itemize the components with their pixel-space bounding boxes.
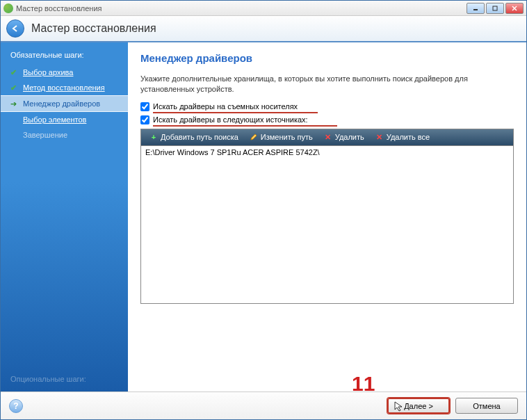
pencil-icon xyxy=(250,133,258,141)
add-path-button[interactable]: + Добавить путь поиска xyxy=(144,131,244,143)
sidebar-item-label: Выбор архива xyxy=(23,68,73,76)
page-description: Укажите дополнительные хранилища, в кото… xyxy=(140,74,514,95)
checkbox-removable[interactable] xyxy=(140,102,149,111)
annotation-underline xyxy=(153,125,337,127)
edit-path-label: Изменить путь xyxy=(261,133,313,141)
edit-path-button[interactable]: Изменить путь xyxy=(244,131,318,143)
footer: ? Далее > Отмена xyxy=(1,391,526,419)
page-title: Менеджер драйверов xyxy=(140,52,514,64)
sidebar-item-elements[interactable]: Выбор элементов xyxy=(1,112,128,127)
checkbox-sources-label[interactable]: Искать драйверы в следующих источниках: xyxy=(153,115,308,124)
window-controls xyxy=(467,3,524,14)
sidebar-item-label: Менеджер драйверов xyxy=(23,99,100,108)
arrow-right-icon: ➔ xyxy=(10,99,19,108)
path-listbox[interactable]: E:\Driver Windows 7 SP1Ru ACER ASPIRE 57… xyxy=(140,145,514,304)
blank-icon xyxy=(10,115,19,124)
header: Мастер восстановления xyxy=(1,16,526,42)
add-path-label: Добавить путь поиска xyxy=(161,133,238,141)
next-button[interactable]: Далее > xyxy=(387,398,450,414)
sidebar-optional-heading: Опциональные шаги: xyxy=(10,375,86,383)
sidebar-item-label: Метод восстановления xyxy=(23,83,105,92)
delete-all-button[interactable]: ✕ Удалить все xyxy=(370,131,435,143)
check-icon: ✔ xyxy=(10,83,19,92)
sidebar-item-label: Завершение xyxy=(23,131,67,139)
sidebar-item-method[interactable]: ✔ Метод восстановления xyxy=(1,80,128,95)
recovery-wizard-window: Мастер восстановления Мастер восстановле… xyxy=(0,0,527,420)
cancel-button[interactable]: Отмена xyxy=(455,398,518,414)
back-button[interactable] xyxy=(6,19,24,38)
delete-all-label: Удалить все xyxy=(387,133,430,141)
maximize-button[interactable] xyxy=(486,3,504,14)
app-icon xyxy=(3,3,13,13)
annotation-underline xyxy=(153,112,318,113)
sidebar-item-finish: Завершение xyxy=(1,127,128,143)
list-item[interactable]: E:\Driver Windows 7 SP1Ru ACER ASPIRE 57… xyxy=(141,146,513,159)
delete-path-label: Удалить xyxy=(335,133,364,141)
checkbox-sources[interactable] xyxy=(140,115,149,124)
sidebar-required-heading: Обязательные шаги: xyxy=(1,51,128,65)
sidebar-item-drivers[interactable]: ➔ Менеджер драйверов xyxy=(1,95,128,112)
body: Обязательные шаги: ✔ Выбор архива ✔ Мето… xyxy=(1,42,526,391)
checkbox-removable-row: Искать драйверы на съемных носителях xyxy=(140,102,514,111)
delete-path-button[interactable]: ✕ Удалить xyxy=(318,131,370,143)
close-button[interactable] xyxy=(505,3,524,14)
checkbox-removable-label[interactable]: Искать драйверы на съемных носителях xyxy=(153,102,298,111)
help-button[interactable]: ? xyxy=(9,399,23,413)
minimize-button[interactable] xyxy=(467,3,485,14)
checkbox-sources-row: Искать драйверы в следующих источниках: xyxy=(140,115,514,124)
check-icon: ✔ xyxy=(10,68,19,76)
x-all-icon: ✕ xyxy=(375,133,384,141)
sidebar-item-archive[interactable]: ✔ Выбор архива xyxy=(1,65,128,80)
header-title: Мастер восстановления xyxy=(31,22,156,35)
svg-rect-1 xyxy=(493,6,497,10)
x-icon: ✕ xyxy=(324,133,332,141)
titlebar: Мастер восстановления xyxy=(1,1,526,16)
blank-icon xyxy=(10,131,19,139)
content: Менеджер драйверов Укажите дополнительны… xyxy=(128,42,526,391)
path-toolbar: + Добавить путь поиска Изменить путь ✕ У… xyxy=(140,129,514,145)
titlebar-text: Мастер восстановления xyxy=(16,4,467,13)
sidebar-item-label: Выбор элементов xyxy=(23,115,86,124)
sidebar: Обязательные шаги: ✔ Выбор архива ✔ Мето… xyxy=(1,42,128,391)
arrow-left-icon xyxy=(10,24,20,33)
plus-icon: + xyxy=(149,133,158,141)
